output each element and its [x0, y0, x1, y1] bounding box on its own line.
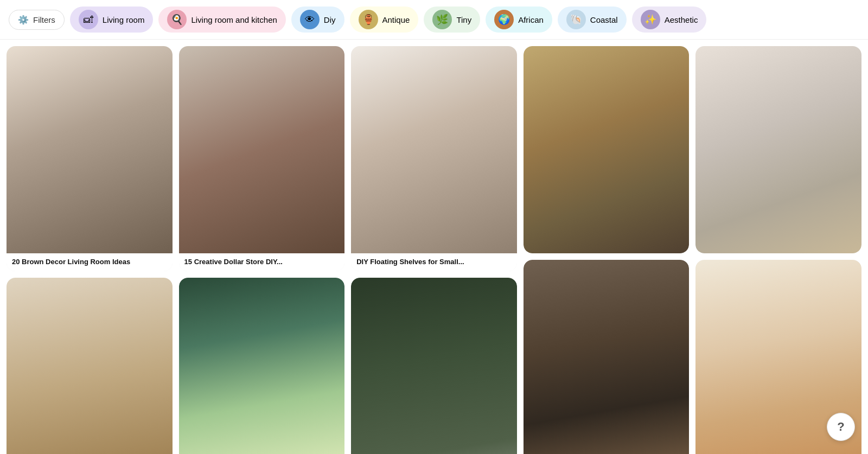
pin-image: [179, 278, 345, 454]
chip-diy-icon: 👁: [300, 10, 320, 29]
filters-label: Filters: [33, 15, 55, 24]
pin-card[interactable]: [695, 46, 861, 253]
chip-coastal-icon: 🐚: [566, 10, 586, 29]
pin-image: [524, 46, 690, 253]
chip-african[interactable]: 🌍African: [486, 7, 552, 33]
pin-image: [7, 46, 173, 253]
chip-tiny-icon: 🌿: [432, 10, 452, 29]
help-icon: ?: [837, 420, 844, 434]
pin-image: [179, 46, 345, 253]
chip-african-label: African: [518, 15, 544, 24]
chip-living-room-kitchen[interactable]: 🍳Living room and kitchen: [158, 7, 285, 33]
filters-button[interactable]: ⚙️ Filters: [9, 10, 65, 30]
pin-image: [351, 278, 517, 454]
pin-caption: 20 Brown Decor Living Room Ideas: [7, 253, 173, 271]
chip-aesthetic[interactable]: ✨Aesthetic: [632, 7, 707, 33]
chip-diy[interactable]: 👁Diy: [291, 7, 344, 33]
pin-caption: DIY Floating Shelves for Small...: [351, 253, 517, 271]
chip-aesthetic-icon: ✨: [641, 10, 660, 29]
chip-living-room[interactable]: 🛋Living room: [70, 7, 154, 33]
filter-icon: ⚙️: [18, 15, 29, 25]
chip-african-icon: 🌍: [494, 10, 514, 29]
pin-image: [7, 278, 173, 454]
pin-card[interactable]: [524, 260, 690, 454]
chip-living-room-icon: 🛋: [79, 10, 98, 29]
chip-coastal[interactable]: 🐚Coastal: [558, 7, 627, 33]
pin-image: [695, 46, 861, 253]
pin-grid: 20 Brown Decor Living Room Ideas25 Simpl…: [0, 40, 868, 454]
chip-aesthetic-label: Aesthetic: [665, 15, 698, 24]
help-button[interactable]: ?: [827, 413, 855, 441]
pin-card[interactable]: 20 Brown Decor Living Room Ideas: [7, 46, 173, 271]
pin-caption: 15 Creative Dollar Store DIY...: [179, 253, 345, 271]
chip-living-room-kitchen-icon: 🍳: [167, 10, 187, 29]
chip-antique-label: Antique: [382, 15, 410, 24]
chip-tiny[interactable]: 🌿Tiny: [424, 7, 480, 33]
chip-living-room-kitchen-label: Living room and kitchen: [191, 15, 277, 24]
filter-bar: ⚙️ Filters 🛋Living room🍳Living room and …: [0, 0, 868, 40]
chip-living-room-label: Living room: [103, 15, 145, 24]
pin-card[interactable]: 37 Boho Bathroom Decor Ideas To Inspire …: [179, 278, 345, 454]
pin-card[interactable]: 15 Creative Dollar Store DIY...: [179, 46, 345, 271]
chip-diy-label: Diy: [324, 15, 336, 24]
chip-tiny-label: Tiny: [456, 15, 471, 24]
pin-card[interactable]: [524, 46, 690, 253]
pin-card[interactable]: [351, 278, 517, 454]
pin-image: [524, 260, 690, 454]
chip-antique[interactable]: 🏺Antique: [350, 7, 419, 33]
pin-image: [351, 46, 517, 253]
pin-card[interactable]: DIY Floating Shelves for Small...: [351, 46, 517, 271]
chip-antique-icon: 🏺: [359, 10, 378, 29]
pin-card[interactable]: 25 Simple Living Room Decorating Ideas f…: [7, 278, 173, 454]
chip-coastal-label: Coastal: [590, 15, 618, 24]
